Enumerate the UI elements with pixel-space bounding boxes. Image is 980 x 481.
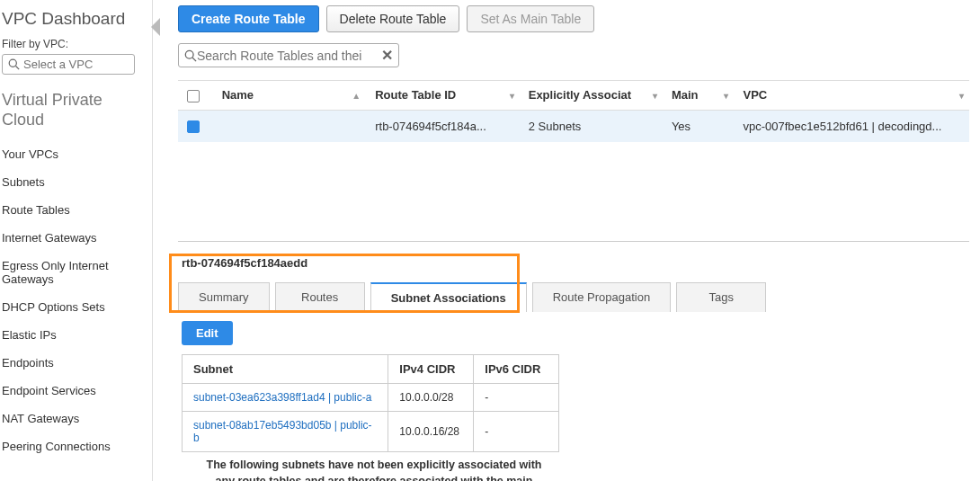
tab-routes[interactable]: Routes (275, 282, 365, 312)
svg-line-3 (192, 58, 196, 61)
edit-button[interactable]: Edit (182, 321, 233, 345)
assoc-row: subnet-03ea623a398ff1ad4 | public-a 10.0… (183, 384, 559, 412)
sidebar-section: Virtual Private Cloud (2, 91, 147, 129)
svg-point-0 (9, 59, 16, 67)
main-panel: Create Route Table Delete Route Table Se… (165, 0, 980, 481)
set-main-table-button: Set As Main Table (467, 5, 594, 32)
create-route-table-button[interactable]: Create Route Table (178, 5, 319, 32)
assoc-col-ipv4: IPv4 CIDR (388, 355, 474, 384)
assoc-col-subnet: Subnet (183, 355, 388, 384)
filter-label: Filter by VPC: (2, 38, 147, 50)
row-checkbox[interactable] (187, 120, 200, 133)
sort-icon: ▾ (724, 90, 728, 100)
nav-dhcp-options[interactable]: DHCP Options Sets (2, 293, 147, 321)
cell-assoc: 2 Subnets (520, 110, 663, 142)
search-icon (184, 49, 197, 62)
subnet-link[interactable]: subnet-08ab17eb5493bd05b | public-b (193, 419, 372, 444)
sort-icon: ▾ (653, 90, 657, 100)
chevron-left-icon (151, 18, 160, 36)
col-route-table-id[interactable]: Route Table ID▾ (366, 81, 520, 111)
nav-internet-gateways[interactable]: Internet Gateways (2, 224, 147, 252)
cell-vpc: vpc-007fbec1e512bfd61 | decodingd... (734, 110, 969, 142)
ipv4-cell: 10.0.0.16/28 (388, 412, 474, 452)
assoc-row: subnet-08ab17eb5493bd05b | public-b 10.0… (183, 412, 559, 452)
nav-nat-gateways[interactable]: NAT Gateways (2, 405, 147, 432)
search-box[interactable]: ✕ (178, 43, 399, 67)
sort-asc-icon: ▲ (352, 90, 361, 100)
cell-main: Yes (663, 110, 735, 142)
col-main[interactable]: Main▾ (663, 81, 735, 111)
col-name[interactable]: Name▲ (213, 81, 367, 111)
subnet-link[interactable]: subnet-03ea623a398ff1ad4 | public-a (193, 391, 371, 404)
nav-egress-gateways[interactable]: Egress Only Internet Gateways (2, 252, 147, 293)
sort-icon: ▾ (959, 90, 964, 100)
nav-endpoints[interactable]: Endpoints (2, 349, 147, 377)
search-input[interactable] (197, 49, 377, 63)
cell-rtid: rtb-074694f5cf184a... (366, 110, 520, 142)
vpc-filter-input[interactable] (23, 58, 129, 71)
nav-subnets[interactable]: Subnets (2, 168, 147, 196)
detail-tabs: Summary Routes Subnet Associations Route… (178, 282, 969, 312)
sidebar: VPC Dashboard Filter by VPC: Virtual Pri… (0, 0, 153, 481)
tab-tags[interactable]: Tags (676, 282, 766, 312)
sort-icon: ▾ (510, 90, 514, 100)
nav-your-vpcs[interactable]: Your VPCs (2, 140, 147, 168)
ipv6-cell: - (474, 384, 559, 412)
dashboard-title[interactable]: VPC Dashboard (2, 9, 147, 29)
assoc-col-ipv6: IPv6 CIDR (474, 355, 559, 384)
nav-route-tables[interactable]: Route Tables (2, 196, 147, 224)
detail-panel: rtb-074694f5cf184aedd Summary Routes Sub… (178, 241, 969, 481)
nav-elastic-ips[interactable]: Elastic IPs (2, 321, 147, 349)
toolbar: Create Route Table Delete Route Table Se… (178, 5, 980, 32)
nav-endpoint-services[interactable]: Endpoint Services (2, 377, 147, 405)
subnet-assoc-table: Subnet IPv4 CIDR IPv6 CIDR subnet-03ea62… (182, 354, 559, 452)
nav-peering-connections[interactable]: Peering Connections (2, 432, 147, 460)
svg-point-2 (185, 50, 193, 58)
col-explicit-assoc[interactable]: Explicitly Associat▾ (520, 81, 663, 111)
col-vpc[interactable]: VPC▾ (734, 81, 969, 111)
cell-name (213, 110, 367, 142)
search-icon (8, 58, 20, 70)
delete-route-table-button[interactable]: Delete Route Table (326, 5, 460, 32)
tab-route-propagation[interactable]: Route Propagation (532, 282, 671, 312)
ipv4-cell: 10.0.0.0/28 (388, 384, 474, 412)
ipv6-cell: - (474, 412, 559, 452)
clear-search-icon[interactable]: ✕ (381, 47, 393, 64)
route-tables-table: Name▲ Route Table ID▾ Explicitly Associa… (178, 80, 969, 142)
svg-line-1 (16, 67, 20, 70)
select-all-checkbox[interactable] (187, 90, 200, 102)
vpc-filter[interactable] (2, 54, 135, 75)
tab-summary[interactable]: Summary (178, 282, 270, 312)
detail-id: rtb-074694f5cf184aedd (182, 256, 969, 270)
tab-subnet-associations[interactable]: Subnet Associations (370, 282, 527, 312)
sidebar-collapse-handle[interactable] (153, 0, 165, 481)
association-note: The following subnets have not been expl… (185, 458, 563, 481)
table-row[interactable]: rtb-074694f5cf184a... 2 Subnets Yes vpc-… (178, 110, 969, 142)
